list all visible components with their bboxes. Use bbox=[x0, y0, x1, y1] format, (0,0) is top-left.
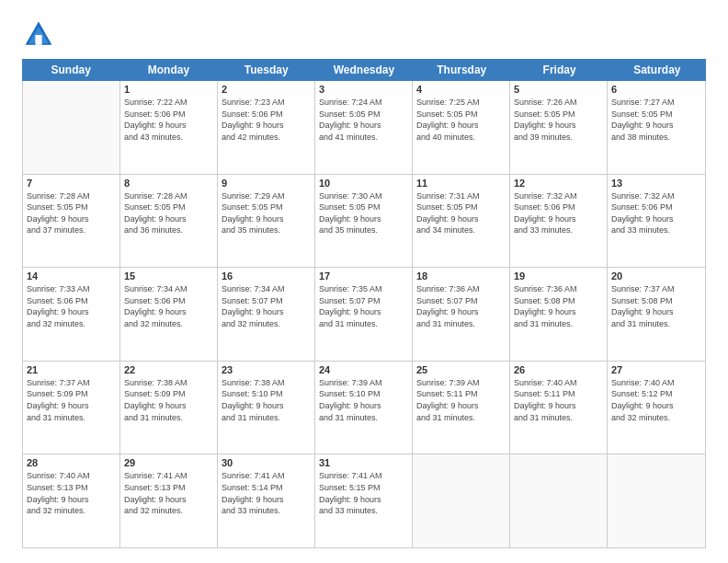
day-number: 26 bbox=[514, 364, 603, 375]
day-number: 31 bbox=[319, 457, 408, 468]
weekday-header: Monday bbox=[119, 59, 217, 81]
calendar-cell: 18Sunrise: 7:36 AM Sunset: 5:07 PM Dayli… bbox=[413, 268, 510, 361]
day-number: 18 bbox=[416, 270, 506, 282]
day-info: Sunrise: 7:36 AM Sunset: 5:08 PM Dayligh… bbox=[514, 283, 603, 329]
day-info: Sunrise: 7:40 AM Sunset: 5:12 PM Dayligh… bbox=[611, 377, 701, 423]
day-number: 24 bbox=[319, 364, 408, 375]
logo-icon bbox=[22, 18, 55, 52]
calendar-cell: 20Sunrise: 7:37 AM Sunset: 5:08 PM Dayli… bbox=[608, 268, 705, 361]
day-info: Sunrise: 7:37 AM Sunset: 5:09 PM Dayligh… bbox=[27, 377, 116, 423]
calendar-cell: 13Sunrise: 7:32 AM Sunset: 5:06 PM Dayli… bbox=[608, 175, 705, 268]
weekday-header: Tuesday bbox=[218, 59, 315, 81]
day-number: 10 bbox=[319, 178, 408, 189]
calendar-cell: 25Sunrise: 7:39 AM Sunset: 5:11 PM Dayli… bbox=[413, 362, 510, 454]
calendar-header: SundayMondayTuesdayWednesdayThursdayFrid… bbox=[22, 59, 706, 81]
day-info: Sunrise: 7:37 AM Sunset: 5:08 PM Dayligh… bbox=[611, 283, 701, 329]
calendar-cell: 29Sunrise: 7:41 AM Sunset: 5:13 PM Dayli… bbox=[120, 454, 218, 547]
day-number: 23 bbox=[222, 364, 311, 375]
calendar-cell: 2Sunrise: 7:23 AM Sunset: 5:06 PM Daylig… bbox=[218, 81, 315, 174]
header bbox=[22, 18, 706, 52]
day-number: 25 bbox=[416, 364, 506, 375]
svg-rect-2 bbox=[35, 35, 41, 45]
day-number: 16 bbox=[222, 270, 311, 282]
weekday-header: Thursday bbox=[413, 59, 510, 81]
day-number: 21 bbox=[27, 364, 116, 375]
day-info: Sunrise: 7:24 AM Sunset: 5:05 PM Dayligh… bbox=[319, 97, 408, 143]
calendar-cell: 4Sunrise: 7:25 AM Sunset: 5:05 PM Daylig… bbox=[413, 81, 510, 174]
day-info: Sunrise: 7:39 AM Sunset: 5:11 PM Dayligh… bbox=[416, 377, 506, 423]
day-info: Sunrise: 7:33 AM Sunset: 5:06 PM Dayligh… bbox=[27, 283, 116, 329]
day-info: Sunrise: 7:22 AM Sunset: 5:06 PM Dayligh… bbox=[124, 97, 213, 143]
day-info: Sunrise: 7:31 AM Sunset: 5:05 PM Dayligh… bbox=[416, 190, 506, 236]
day-number: 17 bbox=[319, 270, 408, 282]
calendar-cell: 19Sunrise: 7:36 AM Sunset: 5:08 PM Dayli… bbox=[510, 268, 608, 361]
day-info: Sunrise: 7:28 AM Sunset: 5:05 PM Dayligh… bbox=[27, 190, 116, 236]
day-number: 8 bbox=[124, 178, 213, 189]
day-number: 30 bbox=[222, 457, 311, 468]
day-info: Sunrise: 7:32 AM Sunset: 5:06 PM Dayligh… bbox=[611, 190, 701, 236]
calendar-cell: 17Sunrise: 7:35 AM Sunset: 5:07 PM Dayli… bbox=[315, 268, 413, 361]
calendar-cell: 1Sunrise: 7:22 AM Sunset: 5:06 PM Daylig… bbox=[120, 81, 218, 174]
day-info: Sunrise: 7:38 AM Sunset: 5:09 PM Dayligh… bbox=[124, 377, 213, 423]
weekday-header: Saturday bbox=[609, 59, 706, 81]
calendar-week: 1Sunrise: 7:22 AM Sunset: 5:06 PM Daylig… bbox=[23, 81, 705, 175]
day-info: Sunrise: 7:36 AM Sunset: 5:07 PM Dayligh… bbox=[416, 283, 506, 329]
day-number: 15 bbox=[124, 270, 213, 282]
day-info: Sunrise: 7:30 AM Sunset: 5:05 PM Dayligh… bbox=[319, 190, 408, 236]
day-info: Sunrise: 7:35 AM Sunset: 5:07 PM Dayligh… bbox=[319, 283, 408, 329]
day-number: 19 bbox=[514, 270, 603, 282]
calendar-cell: 24Sunrise: 7:39 AM Sunset: 5:10 PM Dayli… bbox=[315, 362, 413, 454]
calendar-cell: 21Sunrise: 7:37 AM Sunset: 5:09 PM Dayli… bbox=[23, 362, 120, 454]
calendar-week: 28Sunrise: 7:40 AM Sunset: 5:13 PM Dayli… bbox=[23, 454, 705, 547]
day-number: 28 bbox=[27, 457, 116, 468]
day-info: Sunrise: 7:41 AM Sunset: 5:15 PM Dayligh… bbox=[319, 470, 408, 516]
day-info: Sunrise: 7:32 AM Sunset: 5:06 PM Dayligh… bbox=[514, 190, 603, 236]
calendar-cell: 8Sunrise: 7:28 AM Sunset: 5:05 PM Daylig… bbox=[120, 175, 218, 268]
day-number: 9 bbox=[222, 178, 311, 189]
day-info: Sunrise: 7:28 AM Sunset: 5:05 PM Dayligh… bbox=[124, 190, 213, 236]
calendar-week: 7Sunrise: 7:28 AM Sunset: 5:05 PM Daylig… bbox=[23, 175, 705, 269]
day-info: Sunrise: 7:26 AM Sunset: 5:05 PM Dayligh… bbox=[514, 97, 603, 143]
calendar-cell: 16Sunrise: 7:34 AM Sunset: 5:07 PM Dayli… bbox=[218, 268, 315, 361]
weekday-header: Wednesday bbox=[315, 59, 413, 81]
day-info: Sunrise: 7:34 AM Sunset: 5:07 PM Dayligh… bbox=[222, 283, 311, 329]
weekday-header: Sunday bbox=[22, 59, 119, 81]
day-number: 22 bbox=[124, 364, 213, 375]
calendar-cell: 11Sunrise: 7:31 AM Sunset: 5:05 PM Dayli… bbox=[413, 175, 510, 268]
calendar-cell: 9Sunrise: 7:29 AM Sunset: 5:05 PM Daylig… bbox=[218, 175, 315, 268]
day-number: 3 bbox=[319, 84, 408, 95]
day-number: 7 bbox=[27, 178, 116, 189]
day-info: Sunrise: 7:34 AM Sunset: 5:06 PM Dayligh… bbox=[124, 283, 213, 329]
calendar: SundayMondayTuesdayWednesdayThursdayFrid… bbox=[22, 59, 706, 548]
calendar-week: 14Sunrise: 7:33 AM Sunset: 5:06 PM Dayli… bbox=[23, 268, 705, 362]
calendar-cell: 30Sunrise: 7:41 AM Sunset: 5:14 PM Dayli… bbox=[218, 454, 315, 547]
day-info: Sunrise: 7:23 AM Sunset: 5:06 PM Dayligh… bbox=[222, 97, 311, 143]
day-info: Sunrise: 7:38 AM Sunset: 5:10 PM Dayligh… bbox=[222, 377, 311, 423]
day-number: 12 bbox=[514, 178, 603, 189]
day-info: Sunrise: 7:39 AM Sunset: 5:10 PM Dayligh… bbox=[319, 377, 408, 423]
day-number: 4 bbox=[416, 84, 506, 95]
calendar-cell: 15Sunrise: 7:34 AM Sunset: 5:06 PM Dayli… bbox=[120, 268, 218, 361]
calendar-cell: 31Sunrise: 7:41 AM Sunset: 5:15 PM Dayli… bbox=[315, 454, 413, 547]
page: SundayMondayTuesdayWednesdayThursdayFrid… bbox=[0, 0, 728, 563]
day-info: Sunrise: 7:27 AM Sunset: 5:05 PM Dayligh… bbox=[611, 97, 701, 143]
calendar-cell: 28Sunrise: 7:40 AM Sunset: 5:13 PM Dayli… bbox=[23, 454, 120, 547]
calendar-cell bbox=[510, 454, 608, 547]
day-number: 6 bbox=[611, 84, 701, 95]
day-info: Sunrise: 7:40 AM Sunset: 5:11 PM Dayligh… bbox=[514, 377, 603, 423]
day-number: 11 bbox=[416, 178, 506, 189]
day-number: 13 bbox=[611, 178, 701, 189]
calendar-week: 21Sunrise: 7:37 AM Sunset: 5:09 PM Dayli… bbox=[23, 362, 705, 455]
day-number: 1 bbox=[124, 84, 213, 95]
day-info: Sunrise: 7:40 AM Sunset: 5:13 PM Dayligh… bbox=[27, 470, 116, 516]
logo bbox=[22, 18, 61, 52]
day-info: Sunrise: 7:41 AM Sunset: 5:14 PM Dayligh… bbox=[222, 470, 311, 516]
day-number: 14 bbox=[27, 270, 116, 282]
day-info: Sunrise: 7:25 AM Sunset: 5:05 PM Dayligh… bbox=[416, 97, 506, 143]
calendar-cell: 14Sunrise: 7:33 AM Sunset: 5:06 PM Dayli… bbox=[23, 268, 120, 361]
calendar-cell: 27Sunrise: 7:40 AM Sunset: 5:12 PM Dayli… bbox=[608, 362, 705, 454]
calendar-cell: 26Sunrise: 7:40 AM Sunset: 5:11 PM Dayli… bbox=[510, 362, 608, 454]
calendar-cell bbox=[608, 454, 705, 547]
calendar-body: 1Sunrise: 7:22 AM Sunset: 5:06 PM Daylig… bbox=[22, 81, 706, 548]
calendar-cell: 12Sunrise: 7:32 AM Sunset: 5:06 PM Dayli… bbox=[510, 175, 608, 268]
